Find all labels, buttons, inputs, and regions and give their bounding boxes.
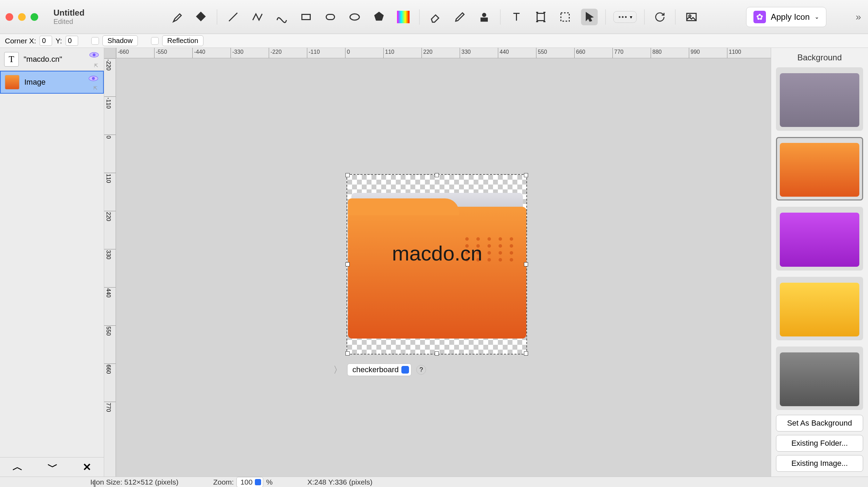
separator (606, 9, 606, 25)
disclosure-chevron[interactable]: 〉 (333, 364, 342, 376)
canvas-text: macdo.cn (348, 241, 526, 265)
rounded-rect-tool[interactable] (322, 9, 339, 25)
gradient-tool[interactable] (395, 9, 412, 25)
resize-handle[interactable] (435, 351, 439, 356)
stamp-tool[interactable] (476, 9, 493, 25)
separator (644, 9, 645, 25)
ellipse-tool[interactable] (347, 9, 363, 25)
existing-folder-button[interactable]: Existing Folder... (776, 435, 863, 452)
corner-y-label: Y: (56, 37, 62, 45)
svg-point-8 (622, 16, 624, 18)
zigzag-tool[interactable] (249, 9, 266, 25)
ruler-horizontal: -660-550-440-330-220-1100110220330440550… (116, 48, 771, 58)
resize-handle[interactable] (524, 351, 528, 356)
status-bar: ||| Icon Size: 512×512 (pixels) Zoom: 10… (0, 477, 868, 487)
lock-icon[interactable]: ⇱ (93, 85, 98, 91)
maximize-window[interactable] (31, 13, 38, 21)
rect-tool[interactable] (298, 9, 315, 25)
pointer-tool[interactable] (581, 9, 598, 25)
icon-size-label: Icon Size: 512×512 (pixels) (90, 478, 178, 486)
shadow-checkbox[interactable] (91, 37, 99, 45)
background-buttons: Set As Background Existing Folder... Exi… (771, 410, 868, 477)
eyedropper-tool[interactable] (168, 9, 185, 25)
image-button[interactable] (683, 9, 700, 25)
layer-thumb-text: T (4, 52, 19, 67)
canvas-background-selector: 〉 checkerboard ? (333, 364, 426, 376)
folder-icon-preview: macdo.cn (348, 193, 526, 339)
layer-delete-button[interactable]: ✕ (83, 461, 91, 473)
checkerboard-dropdown[interactable]: checkerboard (347, 364, 411, 376)
svg-point-9 (625, 16, 627, 18)
background-swatch[interactable] (776, 137, 863, 200)
marquee-tool[interactable] (557, 9, 574, 25)
background-swatch[interactable] (776, 207, 863, 270)
brush-tool[interactable] (452, 9, 468, 25)
corner-x-input[interactable] (40, 36, 52, 46)
resize-handle[interactable] (524, 262, 528, 266)
options-bar: Corner X: Y: Shadow Reflection (0, 34, 868, 48)
svg-point-15 (92, 77, 94, 79)
zoom-pct: % (266, 478, 273, 486)
help-button[interactable]: ? (416, 365, 426, 375)
zoom-value[interactable]: 100 (236, 477, 263, 487)
text-tool[interactable] (508, 9, 525, 25)
layer-image[interactable]: Image ⇱ (0, 71, 104, 94)
separator (500, 9, 501, 25)
bucket-tool[interactable] (193, 9, 209, 25)
svg-point-4 (483, 13, 486, 16)
svg-rect-0 (302, 14, 310, 19)
resize-handle[interactable] (435, 173, 439, 177)
layers-panel: T "macdo.cn" ⇱ Image ⇱ ︿ ﹀ ✕ (0, 48, 104, 477)
separator (419, 9, 420, 25)
document-title: Untitled Edited (53, 8, 84, 26)
corner-y-input[interactable] (66, 36, 78, 46)
refresh-button[interactable] (652, 9, 668, 25)
lock-icon[interactable]: ⇱ (94, 63, 98, 68)
eraser-tool[interactable] (427, 9, 444, 25)
ruler-vertical: -220-1100110220330440550660770 (104, 58, 116, 477)
expand-toolbar[interactable]: » (856, 11, 861, 23)
svg-rect-1 (326, 14, 335, 19)
set-as-background-button[interactable]: Set As Background (776, 415, 863, 432)
main-area: T "macdo.cn" ⇱ Image ⇱ ︿ ﹀ ✕ -660-550-44… (0, 48, 868, 477)
reflection-checkbox[interactable] (151, 37, 159, 45)
transform-tool[interactable] (533, 9, 549, 25)
existing-image-button[interactable]: Existing Image... (776, 455, 863, 472)
layer-down-button[interactable]: ﹀ (48, 460, 58, 474)
resize-handle[interactable] (345, 173, 350, 177)
corner-x-label: Corner X: (5, 37, 36, 45)
layer-text[interactable]: T "macdo.cn" ⇱ (0, 48, 104, 71)
apply-icon-button[interactable]: ✿ Apply Icon ⌄ (746, 7, 826, 27)
visibility-icon[interactable] (89, 51, 99, 57)
resize-handle[interactable] (524, 173, 528, 177)
cursor-position: X:248 Y:336 (pixels) (307, 478, 373, 486)
reflection-button[interactable]: Reflection (162, 35, 203, 46)
resize-handle[interactable] (345, 262, 350, 266)
layer-name: "macdo.cn" (24, 55, 62, 64)
minimize-window[interactable] (18, 13, 26, 21)
zoom-label: Zoom: (213, 478, 234, 486)
background-swatch[interactable] (776, 347, 863, 410)
separator (217, 9, 217, 25)
curve-tool[interactable] (274, 9, 290, 25)
background-panel: Background Set As Background Existing Fo… (771, 48, 868, 477)
shadow-button[interactable]: Shadow (102, 35, 138, 46)
polygon-tool[interactable] (371, 9, 387, 25)
background-swatch[interactable] (776, 67, 863, 131)
canvas[interactable]: -660-550-440-330-220-1100110220330440550… (104, 48, 771, 477)
separator (675, 9, 676, 25)
svg-rect-6 (561, 13, 569, 21)
layer-actions: ︿ ﹀ ✕ (0, 457, 104, 477)
background-swatch[interactable] (776, 277, 863, 340)
resize-handle[interactable] (345, 351, 350, 356)
svg-point-2 (350, 14, 359, 20)
more-menu[interactable]: ▾ (614, 11, 637, 23)
visibility-icon[interactable] (89, 74, 98, 80)
svg-point-13 (93, 53, 95, 56)
layer-up-button[interactable]: ︿ (12, 460, 23, 474)
chevron-down-icon: ⌄ (815, 14, 819, 20)
close-window[interactable] (6, 13, 13, 21)
resize-grip[interactable]: ||| (93, 478, 95, 487)
artboard[interactable]: macdo.cn (347, 174, 527, 354)
line-tool[interactable] (225, 9, 242, 25)
